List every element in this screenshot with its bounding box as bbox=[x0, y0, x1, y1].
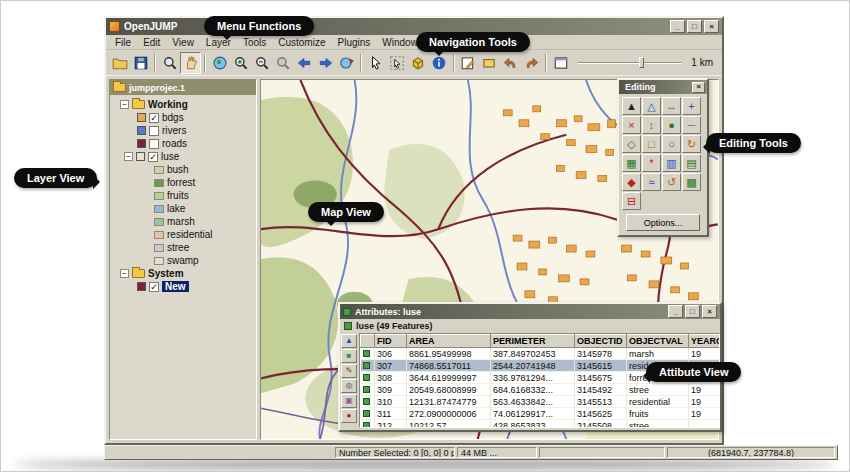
select-features-button[interactable] bbox=[365, 52, 386, 74]
zoom-selected-button[interactable] bbox=[273, 52, 294, 74]
project-header[interactable]: jumpprojec.1 bbox=[110, 80, 256, 95]
attribute-row-309[interactable]: 30920549.68008999684.6168332...3145492st… bbox=[361, 384, 720, 396]
attribute-row-306[interactable]: 3068861.95499998387.8497024533145978mars… bbox=[361, 348, 720, 360]
snap-button[interactable] bbox=[479, 52, 500, 74]
scale-track[interactable] bbox=[578, 62, 682, 64]
maximize-button[interactable]: □ bbox=[687, 20, 702, 33]
zoom-in-button[interactable] bbox=[231, 52, 252, 74]
col-fid[interactable]: FID bbox=[375, 335, 407, 348]
attributes-maximize-button[interactable]: □ bbox=[685, 305, 700, 318]
layer-item-luse[interactable]: −✓luse bbox=[110, 150, 256, 163]
draw-polygon-button[interactable]: ◇ bbox=[622, 135, 641, 153]
legend-item-fruits[interactable]: fruits bbox=[110, 189, 256, 202]
insert-vertex-button[interactable]: + bbox=[682, 97, 701, 115]
select-in-table-button[interactable]: ■ bbox=[341, 349, 357, 363]
col-perimeter[interactable]: PERIMETER bbox=[491, 335, 575, 348]
warp-tool-button[interactable]: ≈ bbox=[642, 173, 661, 191]
select-fence-button[interactable] bbox=[386, 52, 407, 74]
split-line-button[interactable]: ▥ bbox=[662, 154, 681, 172]
editing-close-button[interactable]: × bbox=[692, 82, 705, 93]
legend-item-residential[interactable]: residential bbox=[110, 228, 256, 241]
zoom-table-button[interactable]: ◎ bbox=[341, 379, 357, 393]
options-button[interactable]: Options... bbox=[626, 214, 700, 231]
redo-button[interactable] bbox=[521, 52, 542, 74]
menu-plugins[interactable]: Plugins bbox=[331, 37, 376, 48]
undo-button[interactable] bbox=[500, 52, 521, 74]
attribute-row-310[interactable]: 31012131.87474779563.4633842...3145513re… bbox=[361, 396, 720, 408]
col-yearofchan[interactable]: YEAROFCHAN bbox=[689, 335, 720, 348]
open-project-button[interactable] bbox=[109, 52, 130, 74]
combine-features-button[interactable]: ▤ bbox=[682, 154, 701, 172]
layer-item-New[interactable]: ✓New bbox=[110, 280, 256, 293]
editing-toolbox-button[interactable] bbox=[458, 52, 479, 74]
zoom-next-button[interactable] bbox=[315, 52, 336, 74]
menu-view[interactable]: View bbox=[166, 37, 200, 48]
zoom-extent-button[interactable] bbox=[209, 52, 230, 74]
layer-item-roads[interactable]: roads bbox=[110, 137, 256, 150]
legend-item-marsh[interactable]: marsh bbox=[110, 215, 256, 228]
menu-tools[interactable]: Tools bbox=[237, 37, 272, 48]
layer-checkbox[interactable]: ✓ bbox=[148, 152, 158, 162]
collapse-icon[interactable]: − bbox=[120, 100, 129, 109]
save-project-button[interactable] bbox=[130, 52, 151, 74]
zoom-out-button[interactable] bbox=[252, 52, 273, 74]
menu-customize[interactable]: Customize bbox=[272, 37, 331, 48]
scale-slider[interactable]: 1 km bbox=[571, 57, 719, 68]
pan-to-feature-button[interactable]: ▣ bbox=[341, 394, 357, 408]
snap-vertices-button[interactable]: * bbox=[642, 154, 661, 172]
layer-item-bdgs[interactable]: ✓bdgs bbox=[110, 111, 256, 124]
zoom-button[interactable] bbox=[159, 52, 180, 74]
layer-checkbox[interactable]: ✓ bbox=[149, 282, 159, 292]
layer-item-rivers[interactable]: rivers bbox=[110, 124, 256, 137]
zoom-full-button[interactable] bbox=[336, 52, 357, 74]
legend-item-bush[interactable]: bush bbox=[110, 163, 256, 176]
fill-polygon-button[interactable]: ▩ bbox=[682, 173, 701, 191]
legend-item-forrest[interactable]: forrest bbox=[110, 176, 256, 189]
col-objectval[interactable]: OBJECTVAL bbox=[627, 335, 689, 348]
pan-button[interactable] bbox=[180, 52, 201, 74]
zoom-to-feature-button[interactable]: ▲ bbox=[341, 334, 357, 348]
layer-checkbox[interactable] bbox=[149, 139, 159, 149]
draw-circle-button[interactable]: ○ bbox=[662, 135, 681, 153]
draw-line-button[interactable]: ─ bbox=[682, 116, 701, 134]
attributes-minimize-button[interactable]: _ bbox=[668, 305, 683, 318]
delete-feature-button[interactable]: ⊟ bbox=[622, 192, 641, 210]
move-feature-button[interactable]: ↔ bbox=[662, 97, 681, 115]
tree-folder-system[interactable]: −System bbox=[110, 267, 256, 280]
scale-handle[interactable] bbox=[639, 57, 644, 68]
edit-attribute-button[interactable]: ✎ bbox=[341, 364, 357, 378]
menu-edit[interactable]: Edit bbox=[137, 37, 166, 48]
layer-checkbox[interactable] bbox=[149, 126, 159, 136]
col-objectid[interactable]: OBJECTID bbox=[575, 335, 627, 348]
stop-drawing-button[interactable]: ● bbox=[341, 409, 357, 423]
select-vertex-button[interactable]: △ bbox=[642, 97, 661, 115]
attributes-close-button[interactable]: × bbox=[702, 305, 717, 318]
legend-item-stree[interactable]: stree bbox=[110, 241, 256, 254]
scale-feature-button[interactable]: ▦ bbox=[622, 154, 641, 172]
layer-checkbox[interactable]: ✓ bbox=[149, 113, 159, 123]
draw-point-button[interactable]: ● bbox=[662, 116, 681, 134]
attribute-row-311[interactable]: 311272.090000000674.06129917...3145625fr… bbox=[361, 408, 720, 420]
close-button[interactable]: × bbox=[704, 20, 719, 33]
delete-vertex-button[interactable]: × bbox=[622, 116, 641, 134]
col-area[interactable]: AREA bbox=[407, 335, 491, 348]
new-view-button[interactable] bbox=[550, 52, 571, 74]
menu-file[interactable]: File bbox=[109, 37, 137, 48]
collapse-icon[interactable]: − bbox=[124, 152, 133, 161]
zoom-previous-button[interactable] bbox=[294, 52, 315, 74]
minimize-button[interactable]: _ bbox=[670, 20, 685, 33]
select-tool-button[interactable]: ▲ bbox=[622, 97, 641, 115]
attributes-titlebar[interactable]: Attributes: luse _ □ × bbox=[340, 304, 720, 319]
main-titlebar[interactable]: OpenJUMP _ □ × bbox=[106, 18, 722, 35]
move-vertex-button[interactable]: ↕ bbox=[642, 116, 661, 134]
legend-item-swamp[interactable]: swamp bbox=[110, 254, 256, 267]
tree-folder-working[interactable]: −Working bbox=[110, 98, 256, 111]
attribute-row-312[interactable]: 31210212.57428.8653833...3145508stree bbox=[361, 420, 720, 429]
editing-titlebar[interactable]: Editing × bbox=[619, 80, 707, 94]
feature-info-button[interactable] bbox=[407, 52, 428, 74]
node-feature-button[interactable]: ◆ bbox=[622, 173, 641, 191]
draw-rectangle-button[interactable]: □ bbox=[642, 135, 661, 153]
legend-item-lake[interactable]: lake bbox=[110, 202, 256, 215]
measure-tool-button[interactable]: ↺ bbox=[662, 173, 681, 191]
collapse-icon[interactable]: − bbox=[120, 269, 129, 278]
